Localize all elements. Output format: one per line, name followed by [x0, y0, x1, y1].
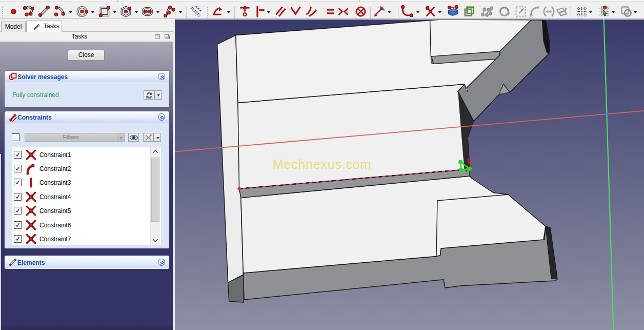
- svg-text:Mechnexus.com: Mechnexus.com: [273, 157, 371, 171]
